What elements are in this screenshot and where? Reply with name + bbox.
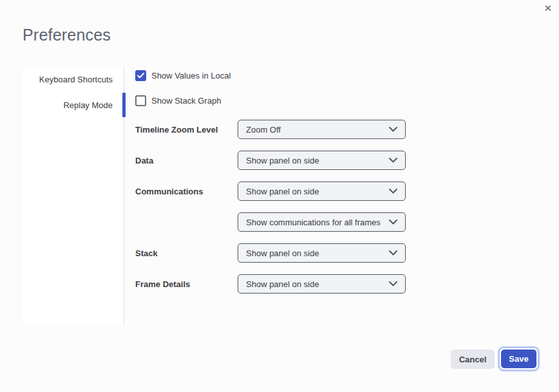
- chevron-down-icon: [389, 250, 397, 256]
- select-value: Show panel on side: [246, 248, 319, 258]
- chevron-down-icon: [389, 219, 397, 225]
- sidebar-item-replay-mode[interactable]: Replay Mode: [23, 92, 124, 118]
- sidebar-item-label: Replay Mode: [63, 100, 113, 110]
- checkbox-checked[interactable]: [135, 70, 146, 81]
- select-data[interactable]: Show panel on side: [238, 151, 406, 170]
- checkmark-icon: [137, 73, 144, 79]
- field-row-communications: Communications Show panel on side: [135, 182, 406, 201]
- save-focus-ring: Save: [498, 346, 540, 371]
- field-row-data: Data Show panel on side: [135, 151, 406, 170]
- select-value: Zoom Off: [246, 125, 281, 135]
- field-label: Timeline Zoom Level: [135, 125, 238, 135]
- chevron-down-icon: [389, 281, 397, 286]
- checkbox-unchecked[interactable]: [135, 95, 146, 106]
- chevron-down-icon: [389, 189, 397, 194]
- field-row-stack: Stack Show panel on side: [135, 243, 406, 263]
- field-label: Frame Details: [135, 279, 238, 289]
- field-row-communications-frames: Show communications for all frames: [135, 212, 406, 232]
- close-icon[interactable]: ✕: [541, 1, 555, 15]
- select-frame-details[interactable]: Show panel on side: [238, 274, 406, 294]
- checkbox-show-stack-graph[interactable]: Show Stack Graph: [135, 95, 221, 106]
- checkbox-label: Show Stack Graph: [151, 96, 221, 106]
- checkbox-show-values-in-local[interactable]: Show Values in Local: [135, 70, 231, 81]
- cancel-button[interactable]: Cancel: [451, 350, 495, 369]
- select-value: Show panel on side: [246, 279, 319, 289]
- select-communications-frames[interactable]: Show communications for all frames: [238, 212, 406, 232]
- sidebar-item-label: Keyboard Shortcuts: [39, 75, 113, 84]
- field-row-timeline-zoom-level: Timeline Zoom Level Zoom Off: [135, 120, 406, 139]
- sidebar-item-keyboard-shortcuts[interactable]: Keyboard Shortcuts: [23, 66, 124, 92]
- field-row-frame-details: Frame Details Show panel on side: [135, 274, 406, 294]
- sidebar: Keyboard Shortcuts Replay Mode: [23, 66, 124, 325]
- save-button[interactable]: Save: [501, 350, 536, 368]
- field-label: Communications: [135, 187, 238, 196]
- checkbox-label: Show Values in Local: [151, 71, 231, 80]
- select-value: Show communications for all frames: [246, 218, 381, 227]
- active-indicator: [122, 93, 126, 117]
- field-label: Stack: [135, 248, 238, 258]
- select-communications[interactable]: Show panel on side: [238, 182, 406, 201]
- field-label: Data: [135, 156, 238, 165]
- select-value: Show panel on side: [246, 187, 319, 196]
- select-stack[interactable]: Show panel on side: [238, 243, 406, 263]
- chevron-down-icon: [389, 127, 397, 132]
- select-timeline-zoom-level[interactable]: Zoom Off: [238, 120, 406, 139]
- page-title: Preferences: [23, 26, 111, 44]
- select-value: Show panel on side: [246, 156, 319, 165]
- chevron-down-icon: [389, 158, 397, 163]
